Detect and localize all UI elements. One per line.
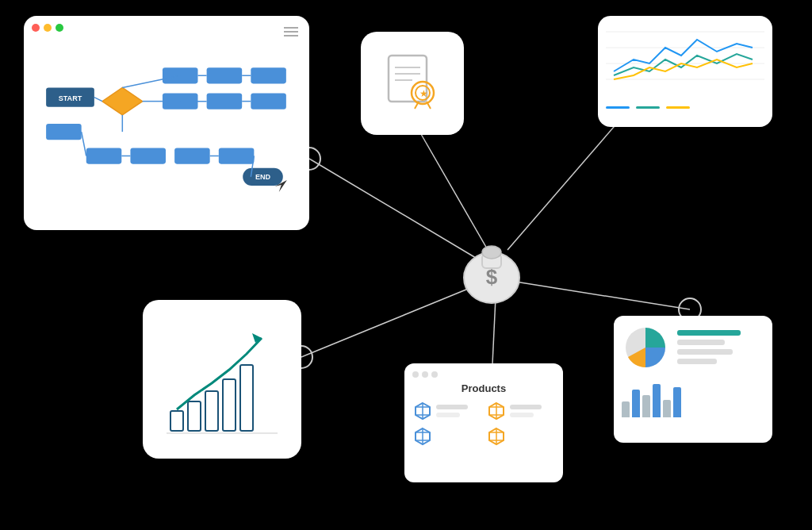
products-window-dots <box>412 371 555 378</box>
product-icon-3 <box>412 426 433 447</box>
growth-card <box>143 300 301 459</box>
certificate-card: ★ <box>361 32 464 135</box>
close-dot <box>32 24 40 32</box>
svg-marker-14 <box>102 87 143 114</box>
svg-marker-59 <box>252 333 262 343</box>
svg-line-29 <box>94 98 102 102</box>
svg-line-37 <box>82 132 86 156</box>
products-card: Products <box>404 363 563 482</box>
svg-rect-22 <box>86 148 122 163</box>
product-icon-4 <box>486 426 507 447</box>
svg-rect-20 <box>251 94 286 109</box>
linechart-legend <box>606 102 764 109</box>
svg-rect-24 <box>174 148 210 163</box>
minimize-dot <box>44 24 52 32</box>
product-item-3 <box>412 426 481 447</box>
svg-rect-56 <box>205 391 218 431</box>
products-grid <box>412 401 555 447</box>
text-lines-2 <box>510 405 555 417</box>
product-icon-2 <box>486 401 507 421</box>
svg-point-80 <box>482 246 501 259</box>
analytics-bar-chart <box>622 378 764 417</box>
linechart-svg <box>606 24 764 95</box>
certificate-icon: ★ <box>385 52 440 115</box>
svg-rect-21 <box>46 124 82 140</box>
svg-rect-23 <box>130 148 166 163</box>
svg-line-4 <box>515 282 690 309</box>
menu-icon <box>284 27 298 36</box>
svg-rect-58 <box>240 365 253 431</box>
svg-text:END: END <box>255 173 271 181</box>
expand-dot <box>56 24 63 32</box>
svg-rect-57 <box>223 379 236 431</box>
product-item-1 <box>412 401 481 421</box>
analytics-card <box>614 316 772 443</box>
text-lines-1 <box>436 405 481 417</box>
pie-chart <box>622 324 669 371</box>
analytics-top <box>622 324 764 371</box>
svg-rect-17 <box>251 67 286 83</box>
flowchart-svg: START END <box>38 40 295 208</box>
svg-rect-25 <box>219 148 255 163</box>
svg-rect-19 <box>207 94 243 109</box>
svg-text:START: START <box>59 94 82 102</box>
svg-text:★: ★ <box>419 88 428 99</box>
product-icon-1 <box>412 401 433 421</box>
analytics-text <box>677 330 741 371</box>
linechart-card <box>598 16 772 127</box>
flowchart-card: START END <box>24 16 309 230</box>
flowchart-area: START END <box>32 36 301 211</box>
svg-rect-54 <box>170 411 183 431</box>
money-bag: $ <box>444 214 539 309</box>
product-item-2 <box>486 401 555 421</box>
pdot-1 <box>412 371 419 378</box>
svg-rect-55 <box>188 401 201 431</box>
products-title: Products <box>412 382 555 394</box>
svg-text:$: $ <box>486 265 498 289</box>
pdot-2 <box>422 371 428 378</box>
pdot-3 <box>431 371 438 378</box>
money-bag-svg: $ <box>444 214 539 309</box>
window-controls <box>32 24 301 32</box>
growth-svg <box>159 316 285 443</box>
svg-rect-16 <box>207 67 243 83</box>
product-item-4 <box>486 426 555 447</box>
